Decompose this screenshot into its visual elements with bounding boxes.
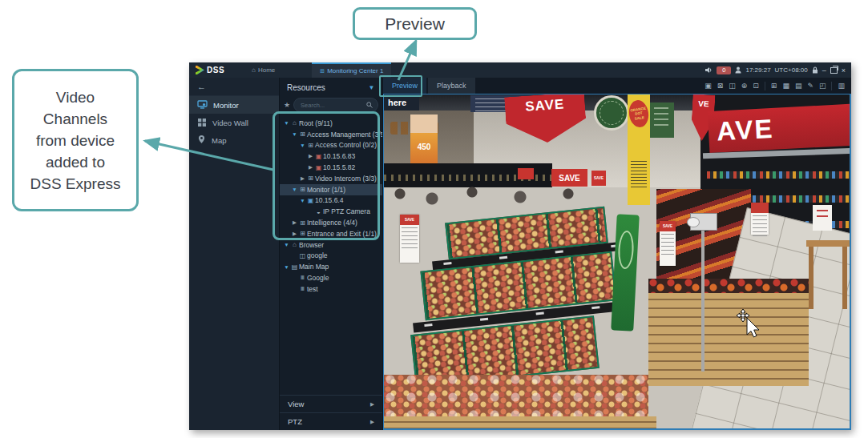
restore-icon[interactable] xyxy=(830,67,838,74)
minimize-icon[interactable]: – xyxy=(822,66,826,74)
section-view[interactable]: View▶ xyxy=(280,395,382,412)
grid-2x2-icon[interactable]: ⊞ xyxy=(771,82,777,90)
search-input[interactable] xyxy=(299,101,364,110)
back-arrow-icon: ← xyxy=(197,82,206,91)
clock-time: 17:29:27 xyxy=(745,66,770,74)
split-screen-icon[interactable]: ◫ xyxy=(729,82,736,90)
scene-save-wall-sign: SAVE xyxy=(551,169,587,187)
volume-icon[interactable] xyxy=(705,66,713,74)
sidebar-item-monitor[interactable]: Monitor xyxy=(189,96,279,114)
close-icon[interactable]: × xyxy=(842,66,846,74)
window-icon[interactable]: ⊡ xyxy=(753,82,759,90)
scene-green-banner xyxy=(611,214,640,331)
search-icon[interactable] xyxy=(366,102,373,108)
chevron-down-icon[interactable]: ▼ xyxy=(368,84,375,91)
scene-wood-band xyxy=(384,416,656,430)
dss-logo-icon xyxy=(196,66,204,74)
save-view-icon[interactable]: ▣ xyxy=(704,82,712,90)
grid-icon: ⊞ xyxy=(320,68,325,74)
scene-save-wall-sign-small: SAVE xyxy=(591,171,606,186)
resources-title: Resources xyxy=(287,83,325,92)
alarm-count-badge[interactable]: 0 xyxy=(717,66,731,74)
tab-playback[interactable]: Playback xyxy=(428,78,475,94)
scene-price-sign xyxy=(751,203,769,235)
here-label: here xyxy=(384,94,419,111)
sidebar-item-video-wall[interactable]: Video Wall xyxy=(189,114,279,131)
scene-fresh-produce-sign xyxy=(594,95,629,131)
user-icon[interactable] xyxy=(735,66,741,74)
browser-icon: ◫ xyxy=(298,252,307,259)
scene-price-sign: SAVE xyxy=(400,215,419,263)
lock-icon[interactable] xyxy=(812,66,818,74)
video-panel: PreviewPlayback ▣⊠◫⊕⊡⊞▦▤✎◰▥ 450 xyxy=(383,78,851,430)
tab-home[interactable]: ⌂ Home xyxy=(252,66,275,74)
toolbar-separator xyxy=(831,82,832,90)
fullscreen-icon[interactable]: ◰ xyxy=(819,82,826,90)
target-icon[interactable]: ⊕ xyxy=(741,82,748,90)
tree-node-google[interactable]: ⅢGoogle xyxy=(280,272,382,283)
video-header: PreviewPlayback ▣⊠◫⊕⊡⊞▦▤✎◰▥ xyxy=(383,78,851,94)
scene-wooden-crates xyxy=(648,291,809,386)
resources-header[interactable]: Resources ▼ xyxy=(280,78,382,97)
preview-callout: Preview xyxy=(353,7,477,40)
grid-3x3-icon[interactable]: ▦ xyxy=(782,82,789,90)
tree-highlight-rect xyxy=(273,111,380,240)
section-ptz[interactable]: PTZ▶ xyxy=(280,412,382,430)
video-toolbar: ▣⊠◫⊕⊡⊞▦▤✎◰▥ xyxy=(704,82,851,90)
favorites-icon[interactable]: ★ xyxy=(284,101,290,109)
caret-down-icon[interactable]: ▼ xyxy=(283,242,290,247)
chevron-right-icon: ▶ xyxy=(370,401,374,408)
scene-bag-roll xyxy=(687,217,700,227)
home-icon: ⌂ xyxy=(252,66,256,74)
tree-node-main-map[interactable]: ▼▤Main Map xyxy=(280,261,382,272)
video-feed[interactable]: 450 SAVE ORANGEDOTSALE VE AVE SAVE SAVE xyxy=(383,94,851,430)
tree-node-browser[interactable]: ▼⌂Browser xyxy=(280,239,382,251)
panel-icon[interactable]: ▥ xyxy=(838,82,845,90)
left-sidebar: ← MonitorVideo WallMap xyxy=(189,78,279,430)
caret-down-icon[interactable]: ▼ xyxy=(283,264,290,270)
scene-ave-banner: AVE xyxy=(708,103,851,153)
titlebar-right-cluster: 0 17:29:27 UTC+08:00 – × xyxy=(705,66,851,74)
scene-scale-pole xyxy=(701,215,704,372)
scene-green-sign xyxy=(650,102,674,138)
map-layer-icon: Ⅲ xyxy=(298,286,307,292)
monitor-icon xyxy=(197,100,208,111)
close-all-icon[interactable]: ⊠ xyxy=(717,82,724,90)
map-icon: ▤ xyxy=(290,263,299,271)
grid-4x4-icon[interactable]: ▤ xyxy=(795,82,802,90)
collapse-sidebar-button[interactable]: ← xyxy=(189,78,279,96)
scene-save-blob xyxy=(518,168,534,179)
chevron-right-icon: ▶ xyxy=(370,419,374,425)
dss-logo-text: DSS xyxy=(207,66,224,74)
scene-table-sign xyxy=(813,205,832,231)
map-pin-icon xyxy=(197,135,206,146)
video-wall-icon xyxy=(197,118,207,128)
scene-dot-sale-banner: ORANGEDOTSALE xyxy=(628,94,650,205)
screenshot-canvas: DSS ⌂ Home ⊞ Monitoring Center 1 0 17:29… xyxy=(0,0,868,438)
map-layer-icon: Ⅲ xyxy=(298,275,307,281)
channels-callout: VideoChannelsfrom deviceadded toDSS Expr… xyxy=(12,69,139,211)
tree-node-test[interactable]: Ⅲtest xyxy=(280,283,382,295)
scene-wooden-table xyxy=(806,223,850,311)
search-box[interactable] xyxy=(293,98,378,112)
edit-icon[interactable]: ✎ xyxy=(807,82,813,90)
scene-450-poster: 450 xyxy=(410,115,438,167)
toolbar-separator xyxy=(765,82,765,90)
tree-node-google[interactable]: ◫google xyxy=(280,251,382,262)
sidebar-item-map[interactable]: Map xyxy=(189,131,279,149)
clock-timezone: UTC+08:00 xyxy=(775,66,808,74)
scene-price-sign: SAVE xyxy=(660,221,676,266)
dss-logo: DSS xyxy=(189,66,231,74)
preview-tab-highlight-rect xyxy=(379,75,422,97)
building-icon: ⌂ xyxy=(290,241,299,248)
search-row: ★ xyxy=(284,97,378,113)
titlebar: DSS ⌂ Home ⊞ Monitoring Center 1 0 17:29… xyxy=(189,62,851,78)
mouse-cursor xyxy=(736,308,763,340)
